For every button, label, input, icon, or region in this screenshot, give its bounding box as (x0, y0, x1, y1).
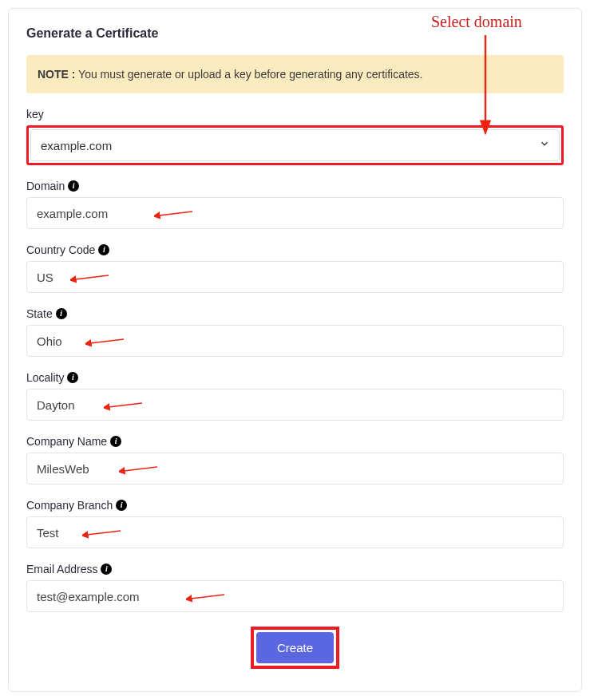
email-label-text: Email Address (26, 563, 97, 575)
note-text: You must generate or upload a key before… (75, 68, 422, 81)
create-button[interactable]: Create (256, 632, 334, 663)
key-label-text: key (26, 108, 44, 121)
info-icon[interactable]: i (110, 436, 121, 447)
key-select[interactable] (30, 129, 560, 161)
key-select-box (30, 129, 560, 161)
info-icon[interactable]: i (101, 564, 112, 575)
company-branch-label: Company Branch i (26, 499, 564, 512)
domain-label-text: Domain (26, 180, 65, 192)
info-icon[interactable]: i (68, 180, 79, 192)
company-branch-field[interactable] (26, 516, 564, 548)
info-icon[interactable]: i (56, 308, 67, 319)
domain-label: Domain i (26, 180, 564, 192)
state-field[interactable] (26, 325, 564, 357)
company-name-label: Company Name i (26, 435, 564, 448)
state-label: State i (26, 307, 564, 320)
key-select-highlight (26, 125, 564, 165)
locality-label-text: Locality (26, 371, 64, 384)
locality-field[interactable] (26, 389, 564, 421)
state-label-text: State (26, 307, 53, 320)
button-wrapper: Create (26, 627, 564, 669)
certificate-form-card: Generate a Certificate NOTE : You must g… (8, 8, 582, 692)
company-branch-label-text: Company Branch (26, 499, 113, 512)
key-label: key (26, 108, 564, 121)
page-title: Generate a Certificate (26, 26, 564, 41)
info-icon[interactable]: i (67, 372, 78, 383)
domain-field[interactable] (26, 197, 564, 229)
country-field[interactable] (26, 261, 564, 293)
info-icon[interactable]: i (116, 500, 127, 511)
email-field[interactable] (26, 580, 564, 612)
note-box: NOTE : You must generate or upload a key… (26, 55, 564, 93)
locality-label: Locality i (26, 371, 564, 384)
email-label: Email Address i (26, 563, 564, 575)
info-icon[interactable]: i (98, 244, 109, 255)
company-name-label-text: Company Name (26, 435, 107, 448)
country-label: Country Code i (26, 243, 564, 256)
note-prefix: NOTE : (38, 68, 75, 81)
create-button-highlight: Create (251, 627, 339, 669)
country-label-text: Country Code (26, 243, 95, 256)
company-name-field[interactable] (26, 453, 564, 484)
